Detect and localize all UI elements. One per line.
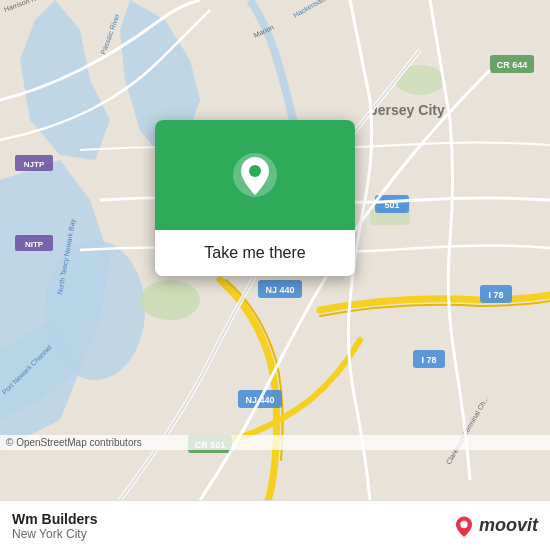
svg-text:CR 644: CR 644 [497,60,528,70]
popup-green-area [155,120,355,230]
svg-text:Jersey City: Jersey City [370,102,445,118]
svg-text:NITP: NITP [25,240,44,249]
bottom-bar: Wm Builders New York City moovit [0,500,550,550]
svg-text:I 78: I 78 [421,355,436,365]
bottom-left: Wm Builders New York City [12,511,98,541]
map-area: NJ 440 NJ 440 CR 501 I 78 I 78 CR 644 50… [0,0,550,500]
take-me-there-button[interactable]: Take me there [155,230,355,276]
svg-text:NJTP: NJTP [24,160,45,169]
place-name: Wm Builders [12,511,98,527]
svg-point-37 [460,520,467,527]
place-city: New York City [12,527,98,541]
location-pin-icon [231,151,279,199]
svg-text:NJ 440: NJ 440 [265,285,294,295]
popup-card: Take me there [155,120,355,276]
moovit-logo[interactable]: moovit [453,515,538,537]
svg-point-6 [140,280,200,320]
copyright-text: © OpenStreetMap contributors [6,437,142,448]
svg-point-36 [249,165,261,177]
copyright-bar: © OpenStreetMap contributors [0,435,550,450]
moovit-text: moovit [479,515,538,536]
moovit-pin-icon [453,515,475,537]
svg-text:I 78: I 78 [488,290,503,300]
